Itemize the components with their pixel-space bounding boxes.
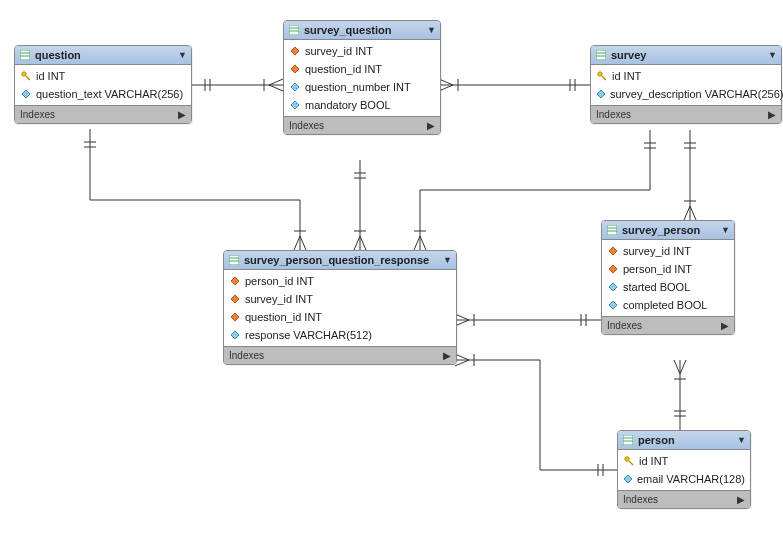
chevron-right-icon: ▶ (443, 350, 451, 361)
diamond-icon (229, 329, 241, 341)
column-text: survey_id INT (623, 245, 691, 257)
entity-person[interactable]: person ▼ id INT email VARCHAR(128) Index… (617, 430, 751, 509)
entity-footer[interactable]: Indexes ▶ (224, 346, 456, 364)
diamond-icon (607, 281, 619, 293)
svg-marker-55 (291, 65, 299, 73)
svg-line-2 (269, 79, 283, 85)
column-text: email VARCHAR(128) (637, 473, 745, 485)
table-icon (19, 49, 31, 61)
entity-question[interactable]: question ▼ id INT question_text VARCHAR(… (14, 45, 192, 124)
entity-header[interactable]: survey_question ▼ (284, 21, 440, 40)
svg-rect-58 (596, 50, 606, 60)
svg-line-27 (414, 236, 420, 250)
entity-footer[interactable]: Indexes ▶ (284, 116, 440, 134)
svg-line-3 (269, 85, 283, 91)
entity-title: question (35, 49, 81, 61)
svg-line-49 (26, 76, 30, 80)
entity-title: survey (611, 49, 646, 61)
chevron-down-icon[interactable]: ▼ (443, 255, 452, 265)
column-row: survey_id INT (284, 42, 440, 60)
svg-line-31 (455, 320, 469, 326)
column-text: id INT (639, 455, 668, 467)
chevron-down-icon[interactable]: ▼ (721, 225, 730, 235)
svg-point-81 (625, 457, 629, 461)
svg-line-28 (420, 236, 426, 250)
fk-icon (607, 245, 619, 257)
svg-line-8 (439, 85, 453, 91)
fk-icon (289, 45, 301, 57)
chevron-down-icon[interactable]: ▼ (427, 25, 436, 35)
entity-footer[interactable]: Indexes ▶ (15, 105, 191, 123)
diamond-icon (20, 88, 32, 100)
entity-survey[interactable]: survey ▼ id INT survey_description VARCH… (590, 45, 782, 124)
column-text: person_id INT (623, 263, 692, 275)
diamond-icon (607, 299, 619, 311)
entity-title: person (638, 434, 675, 446)
svg-line-17 (354, 236, 360, 250)
column-row: survey_id INT (602, 242, 734, 260)
entity-header[interactable]: survey_person ▼ (602, 221, 734, 240)
column-row: question_number INT (284, 78, 440, 96)
entity-header[interactable]: person ▼ (618, 431, 750, 450)
svg-point-48 (22, 72, 26, 76)
column-row: question_id INT (224, 308, 456, 326)
footer-label: Indexes (229, 350, 264, 361)
diamond-icon (289, 99, 301, 111)
key-icon (623, 455, 635, 467)
footer-label: Indexes (596, 109, 631, 120)
column-row: started BOOL (602, 278, 734, 296)
diamond-icon (596, 88, 606, 100)
column-text: mandatory BOOL (305, 99, 391, 111)
svg-marker-68 (231, 295, 239, 303)
svg-marker-57 (291, 101, 299, 109)
svg-marker-67 (231, 277, 239, 285)
entity-footer[interactable]: Indexes ▶ (618, 490, 750, 508)
column-row: id INT (591, 67, 781, 85)
column-row: survey_description VARCHAR(256) (591, 85, 781, 103)
entity-survey-person-question-response[interactable]: survey_person_question_response ▼ person… (223, 250, 457, 365)
entity-survey-question[interactable]: survey_question ▼ survey_id INT question… (283, 20, 441, 135)
entity-footer[interactable]: Indexes ▶ (602, 316, 734, 334)
column-text: survey_id INT (305, 45, 373, 57)
fk-icon (229, 275, 241, 287)
chevron-right-icon: ▶ (178, 109, 186, 120)
svg-line-36 (680, 360, 686, 374)
svg-rect-51 (289, 25, 299, 35)
entity-columns: survey_id INT person_id INT started BOOL… (602, 240, 734, 316)
svg-marker-69 (231, 313, 239, 321)
column-text: response VARCHAR(512) (245, 329, 372, 341)
entity-header[interactable]: survey_person_question_response ▼ (224, 251, 456, 270)
chevron-down-icon[interactable]: ▼ (178, 50, 187, 60)
entity-header[interactable]: question ▼ (15, 46, 191, 65)
column-text: question_text VARCHAR(256) (36, 88, 183, 100)
chevron-down-icon[interactable]: ▼ (737, 435, 746, 445)
chevron-down-icon[interactable]: ▼ (768, 50, 777, 60)
key-icon (20, 70, 32, 82)
svg-line-35 (674, 360, 680, 374)
footer-label: Indexes (607, 320, 642, 331)
svg-point-61 (598, 72, 602, 76)
svg-marker-83 (624, 475, 632, 483)
chevron-right-icon: ▶ (427, 120, 435, 131)
svg-line-13 (300, 236, 306, 250)
entity-survey-person[interactable]: survey_person ▼ survey_id INT person_id … (601, 220, 735, 335)
svg-marker-70 (231, 331, 239, 339)
entity-columns: id INT email VARCHAR(128) (618, 450, 750, 490)
entity-columns: id INT survey_description VARCHAR(256) (591, 65, 781, 105)
key-icon (596, 70, 608, 82)
column-row: person_id INT (602, 260, 734, 278)
column-row: email VARCHAR(128) (618, 470, 750, 488)
table-icon (606, 224, 618, 236)
entity-header[interactable]: survey ▼ (591, 46, 781, 65)
table-icon (288, 24, 300, 36)
svg-marker-63 (597, 90, 605, 98)
column-text: started BOOL (623, 281, 690, 293)
footer-label: Indexes (623, 494, 658, 505)
entity-footer[interactable]: Indexes ▶ (591, 105, 781, 123)
column-row: id INT (618, 452, 750, 470)
chevron-right-icon: ▶ (737, 494, 745, 505)
column-text: survey_description VARCHAR(256) (610, 88, 783, 100)
svg-marker-56 (291, 83, 299, 91)
column-row: question_text VARCHAR(256) (15, 85, 191, 103)
chevron-right-icon: ▶ (721, 320, 729, 331)
